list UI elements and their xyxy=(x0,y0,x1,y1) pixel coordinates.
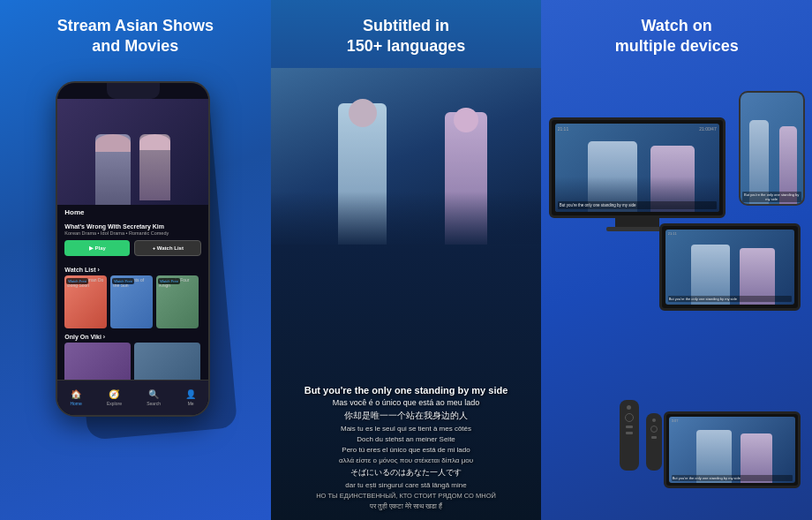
subtitle-french: Mais tu es le seul qui se tient à mes cô… xyxy=(341,425,471,433)
thumb-badge-1: Watch Free xyxy=(66,278,88,284)
nav-explore-label: Explore xyxy=(107,401,122,406)
thumbnail-2[interactable]: Watch Free Descendants of the Sun xyxy=(110,275,153,328)
subtitle-chinese: 你却是唯一一个站在我身边的人 xyxy=(344,410,468,422)
remote-1 xyxy=(620,400,639,471)
remote-2 xyxy=(646,413,662,471)
phone-thumbnails: Watch Free Strong Woman Do Bong Soon Wat… xyxy=(57,275,208,328)
thumb-badge-3: Watch Free xyxy=(158,278,180,284)
phone-notch xyxy=(107,83,160,99)
panel-1-header: Stream Asian Shows and Movies xyxy=(40,0,231,68)
remote-btn-3 xyxy=(651,436,657,439)
tablet-screen: But you're the only one standing by my s… xyxy=(659,223,801,311)
explore-icon: 🧭 xyxy=(109,389,119,399)
remote-btn-1 xyxy=(626,426,633,428)
panel-3-title-line1: Watch on xyxy=(642,17,712,34)
subtitle-scene-container: But you're the only one standing by my s… xyxy=(271,68,542,520)
subtitle-greek: αλλά είστε ο μόνος που στέκεται δίπλα μο… xyxy=(339,456,473,464)
scene-head-2 xyxy=(454,108,478,132)
tablet-screen-text: But you're the only one standing by my s… xyxy=(668,296,792,302)
phone-bottom-inner: But you're the only one standing by my s… xyxy=(669,417,795,483)
nav-search-label: Search xyxy=(147,401,161,406)
nav-home-label: Home xyxy=(70,401,81,406)
nav-search[interactable]: 🔍 Search xyxy=(147,389,161,406)
phone-body-top-right: But you're the only one standing by my s… xyxy=(739,91,805,206)
phone-mockup: Home What's Wrong With Secretary Kim Kor… xyxy=(47,72,223,452)
panel-2-title-line1: Subtitled in xyxy=(363,17,449,34)
subtitle-russian: НО ТЫ ЕДИНСТВЕННЫЙ, КТО СТОИТ РЯДОМ СО М… xyxy=(316,492,496,500)
search-icon: 🔍 xyxy=(148,389,159,399)
remote-dot-1 xyxy=(627,405,631,410)
tv-stand xyxy=(615,218,659,227)
panel-1-title: Stream Asian Shows and Movies xyxy=(57,16,214,57)
panel-2-title: Subtitled in 150+ languages xyxy=(347,16,466,57)
phone-bottom-screen: But you're the only one standing by my s… xyxy=(664,411,801,488)
figure-left xyxy=(95,134,131,205)
panel-stream: Stream Asian Shows and Movies xyxy=(0,0,271,520)
nav-me[interactable]: 👤 Me xyxy=(185,389,196,406)
tv-timestamp: 21:11 xyxy=(558,126,569,132)
subtitle-german: Doch du stehst an meiner Seite xyxy=(357,435,455,443)
nav-explore[interactable]: 🧭 Explore xyxy=(107,389,122,406)
devices-container: But you're the only one standing by my s… xyxy=(541,68,812,520)
subtitle-spanish: Pero tú eres el único que está de mi lad… xyxy=(342,446,470,454)
phone-device-top-right: But you're the only one standing by my s… xyxy=(739,91,805,206)
scene-image xyxy=(271,68,542,245)
tablet-inner: But you're the only one standing by my s… xyxy=(665,230,794,305)
tv-screen-wrap: But you're the only one standing by my s… xyxy=(549,117,726,218)
scene-bg xyxy=(271,68,542,245)
tablet-timestamp: 21:11 xyxy=(668,231,677,236)
tv-screen: But you're the only one standing by my s… xyxy=(555,124,719,212)
phone-play-button[interactable]: ▶ Play xyxy=(64,240,130,256)
phone-device: Home What's Wrong With Secretary Kim Kor… xyxy=(56,81,210,417)
panel-2-title-line2: 150+ languages xyxy=(347,37,466,55)
thumbnail-3[interactable]: Watch Free Cinderella Four Knigh xyxy=(156,275,199,328)
phone-home-label: Home xyxy=(57,205,208,220)
subtitle-lines: But you're the only one standing by my s… xyxy=(271,381,542,520)
bottom-screen-text: But you're the only one standing by my s… xyxy=(672,475,793,481)
home-icon: 🏠 xyxy=(71,389,81,399)
tv-device: But you're the only one standing by my s… xyxy=(549,117,726,231)
remote-circle-1 xyxy=(625,413,634,422)
remote-dot-2 xyxy=(652,418,656,422)
subtitle-hindi: पर तुही एकटा मेरे साथ खडा हैं xyxy=(370,502,443,511)
figure-right xyxy=(139,134,170,200)
phone-watchlist-button[interactable]: + Watch List xyxy=(134,240,201,256)
phone-show-title: What's Wrong With Secretary Kim xyxy=(57,220,208,230)
subtitle-english: But you're the only one standing by my s… xyxy=(304,385,508,396)
hero-figures xyxy=(57,134,208,205)
tv-screen-text: But you're the only one standing by my s… xyxy=(558,201,717,209)
tv-duration: 21:00/47 xyxy=(699,126,716,132)
remote-btn-2 xyxy=(626,432,633,434)
thumb-badge-2: Watch Free xyxy=(112,278,134,284)
panel-subtitled: Subtitled in 150+ languages But yo xyxy=(271,0,542,520)
panel-devices: Watch on multiple devices But you're the… xyxy=(541,0,812,520)
bottom-timestamp: 3:07 xyxy=(672,418,679,423)
subtitle-romanian: dar tu ești singurul care stă lângă mine xyxy=(345,481,466,489)
subtitle-scene: But you're the only one standing by my s… xyxy=(271,68,542,520)
phone-screen: Home What's Wrong With Secretary Kim Kor… xyxy=(57,83,208,415)
phone-screen-text: But you're the only one standing by my s… xyxy=(742,192,801,202)
profile-icon: 👤 xyxy=(185,389,196,399)
nav-home[interactable]: 🏠 Home xyxy=(70,389,81,406)
panel-3-title-line2: multiple devices xyxy=(615,37,739,55)
panel-3-header: Watch on multiple devices xyxy=(598,0,756,68)
thumbnail-1[interactable]: Watch Free Strong Woman Do Bong Soon xyxy=(64,275,107,328)
phone-watchlist-label[interactable]: Watch List › xyxy=(57,263,208,275)
phone-only-on-label[interactable]: Only On Viki › xyxy=(57,328,208,343)
remote-circle-2 xyxy=(650,426,658,433)
panel-2-header: Subtitled in 150+ languages xyxy=(329,0,484,68)
scene-fade xyxy=(271,192,542,245)
phone-hero-image xyxy=(57,99,208,205)
phone-show-tags: Korean Drama • Idol Drama • Romantic Com… xyxy=(57,230,208,240)
scene-head-1 xyxy=(349,99,377,127)
subtitle-portuguese: Mas você é o único que está ao meu lado xyxy=(333,398,480,407)
panel-3-title: Watch on multiple devices xyxy=(615,16,739,57)
phone-device-bottom: But you're the only one standing by my s… xyxy=(664,411,801,488)
devices-layout: But you're the only one standing by my s… xyxy=(549,82,805,506)
phone-action-buttons: ▶ Play + Watch List xyxy=(57,240,208,263)
phone-screen-top-right: But you're the only one standing by my s… xyxy=(741,93,803,204)
phone-nav-bar: 🏠 Home 🧭 Explore 🔍 Search 👤 Me xyxy=(57,380,208,415)
subtitle-japanese: そばにいるのはあなた一人です xyxy=(350,467,462,479)
nav-me-label: Me xyxy=(188,401,194,406)
tablet-device: But you're the only one standing by my s… xyxy=(659,223,801,311)
